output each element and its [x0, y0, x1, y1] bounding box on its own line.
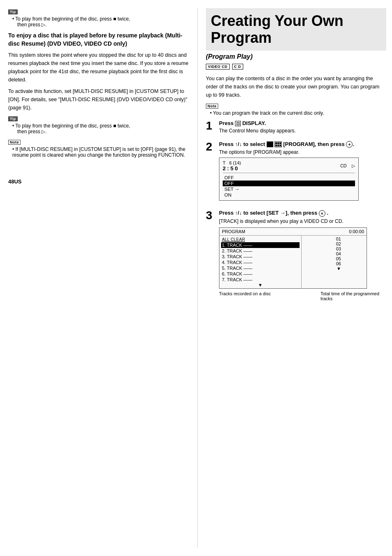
page-number: 48US	[8, 162, 189, 185]
page-title: Creating Your Own Program	[206, 8, 386, 51]
display-cd-label: CD	[340, 163, 347, 168]
program-tracks-right: 01 02 03 04 05 06 ▼	[302, 236, 343, 288]
step-content-1: Press ⊡ DISPLAY. The Control Menu displa…	[219, 120, 386, 136]
display-header: T 6 (14) 2 : 5 0 CD ▷	[223, 160, 355, 173]
program-header-right: 0:00:00	[349, 229, 364, 234]
track-num-2: 2. TRACK ——	[222, 248, 252, 253]
step-title-text-2: Press ↑/↓ to select [PROGRAM], then pres…	[219, 141, 354, 147]
note-text-1: • If [MULTI-DISC RESUME] in [CUSTOM SETU…	[12, 146, 189, 158]
step-2: 2 Press ↑/↓ to select [PROGRAM], then pr…	[206, 141, 386, 205]
track-num-1: 1. TRACK ——	[222, 243, 252, 248]
program-icon-square	[267, 141, 273, 147]
program-icon-grid	[274, 141, 282, 147]
display-menu: OFF OFF SET → ON	[223, 175, 355, 198]
plus-circle-icon: +	[346, 141, 353, 148]
note-label-right: Note	[206, 104, 218, 109]
tip-text-1a: • To play from the beginning of the disc…	[12, 16, 189, 22]
step-desc-1: The Control Menu display appears.	[219, 128, 386, 134]
display-label-t: T	[223, 160, 226, 165]
track-row-4: 4. TRACK ——	[221, 259, 300, 265]
caption-right: Total time of the programmed tracks	[321, 291, 386, 301]
menu-item-set: SET →	[223, 186, 355, 192]
step-title-text-1: Press ⊡ DISPLAY.	[219, 120, 266, 126]
note-text-right: • You can program the track on the curre…	[210, 110, 386, 116]
note-section-right: Note • You can program the track on the …	[206, 102, 386, 116]
note-label-1: Note	[8, 140, 21, 145]
tip-text-1b: then press ▷.	[17, 22, 189, 28]
program-header: PROGRAM 0:00:00	[219, 228, 367, 236]
note-section-1: Note • If [MULTI-DISC RESUME] in [CUSTOM…	[8, 139, 189, 158]
track-row-5: 5. TRACK ——	[221, 265, 300, 271]
right-column: Creating Your Own Program (Program Play)…	[197, 8, 386, 548]
step-3: 3 Press ↑/↓ to select [SET →], then pres…	[206, 210, 386, 301]
badge-row: VIDEO CD C D	[206, 64, 386, 70]
program-caption: Tracks recorded on a disc Total time of …	[219, 291, 386, 301]
step-title-text-3: Press ↑/↓ to select [SET →], then press …	[219, 210, 328, 216]
track-row-3: 3. TRACK ——	[221, 254, 300, 259]
step-1: 1 Press ⊡ DISPLAY. The Control Menu disp…	[206, 120, 386, 136]
program-header-left: PROGRAM	[222, 229, 245, 234]
step-title-1: Press ⊡ DISPLAY.	[219, 120, 386, 126]
step-desc-3: [TRACK] is displayed when you play a VID…	[219, 218, 386, 224]
step-desc-2: The options for [PROGRAM] appear.	[219, 149, 386, 155]
prog-num-01: 01	[336, 236, 341, 241]
display-time: 2 : 5 0	[223, 165, 238, 171]
display-mockup-1: T 6 (14) 2 : 5 0 CD ▷ O	[219, 158, 359, 201]
menu-item-on: ON	[223, 192, 355, 198]
track-row-2: 2. TRACK ——	[221, 248, 300, 254]
prog-num-04: 04	[336, 251, 341, 256]
track-row-1: 1. TRACK ——	[221, 242, 300, 248]
step-number-2: 2	[206, 141, 215, 205]
prog-num-05: 05	[336, 256, 341, 261]
track-num-6: 6. TRACK ——	[222, 271, 252, 276]
track-num-3: 3. TRACK ——	[222, 254, 252, 259]
tracks-down-arrow: ▼	[221, 283, 300, 287]
program-tracks-left: ALL CLEAR 1. TRACK —— 2. TRACK —— 3. TRA…	[219, 236, 302, 288]
menu-item-off2: OFF	[223, 181, 355, 186]
display-track-num: 6 (14)	[229, 160, 241, 165]
tip-text-2a: • To play from the beginning of the disc…	[12, 123, 189, 129]
body-text-1: This system stores the point where you s…	[8, 51, 189, 84]
prog-num-03: 03	[336, 246, 341, 251]
step-content-3: Press ↑/↓ to select [SET →], then press …	[219, 210, 386, 301]
tip-section-2: Tip • To play from the beginning of the …	[8, 115, 189, 134]
menu-item-off1: OFF	[223, 175, 355, 181]
step-title-3: Press ↑/↓ to select [SET →], then press …	[219, 210, 386, 217]
tip-text-2b: then press ▷.	[17, 129, 189, 134]
track-num-4: 4. TRACK ——	[222, 260, 252, 265]
program-body: ALL CLEAR 1. TRACK —— 2. TRACK —— 3. TRA…	[219, 236, 367, 288]
tip-section-1: Tip • To play from the beginning of the …	[8, 8, 189, 28]
step-title-2: Press ↑/↓ to select [PROGRAM], then pres…	[219, 141, 386, 148]
plus-circle-icon-3: +	[319, 210, 325, 217]
step-content-2: Press ↑/↓ to select [PROGRAM], then pres…	[219, 141, 386, 205]
badge-cd: C D	[232, 64, 243, 70]
track-num-5: 5. TRACK ——	[222, 266, 252, 271]
display-icon: ⊡	[235, 121, 241, 126]
badge-video-cd: VIDEO CD	[206, 64, 230, 70]
body-text-2: To activate this function, set [MULTI-DI…	[8, 87, 189, 112]
display-cd: CD ▷	[340, 163, 355, 169]
track-row-6: 6. TRACK ——	[221, 271, 300, 277]
left-column: Tip • To play from the beginning of the …	[8, 8, 197, 548]
display-play-arrow: ▷	[352, 163, 355, 168]
step-number-3: 3	[206, 210, 215, 301]
caption-left: Tracks recorded on a disc	[219, 291, 285, 301]
page: Tip • To play from the beginning of the …	[0, 0, 392, 556]
track-row-7: 7. TRACK ——	[221, 277, 300, 283]
step-number-1: 1	[206, 120, 215, 136]
program-all-clear: ALL CLEAR	[221, 236, 300, 242]
display-track-info: T 6 (14) 2 : 5 0	[223, 160, 241, 171]
tip-label-1: Tip	[8, 9, 18, 14]
tip-label-2: Tip	[8, 116, 18, 121]
nums-down-arrow: ▼	[337, 266, 341, 271]
prog-num-02: 02	[336, 241, 341, 246]
track-num-7: 7. TRACK ——	[222, 277, 252, 282]
intro-text: You can play the contents of a disc in t…	[206, 74, 386, 99]
program-icon	[267, 141, 282, 147]
prog-num-06: 06	[336, 261, 341, 266]
subtitle: (Program Play)	[206, 53, 386, 60]
section-heading: To enjoy a disc that is played before by…	[8, 32, 189, 48]
program-display: PROGRAM 0:00:00 ALL CLEAR 1. TRACK —— 2.…	[219, 227, 367, 289]
